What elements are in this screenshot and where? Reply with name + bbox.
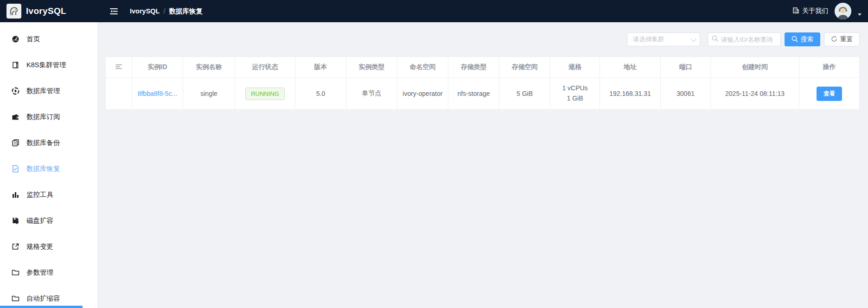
spec-cell: 1 vCPUs 1 GiB xyxy=(550,78,600,110)
sidebar-item-label: 首页 xyxy=(26,35,40,44)
ivorysql-logo-icon xyxy=(6,4,21,19)
search-button-label: 搜索 xyxy=(801,35,813,44)
sidebar-item-db-backup[interactable]: 数据库备份 xyxy=(0,130,97,156)
sidebar-item-label: 监控工具 xyxy=(26,190,53,199)
sidebar-item-label: 数据库订阅 xyxy=(26,113,60,121)
table-header-row: 实例ID 实例名称 运行状态 版本 实例类型 命名空间 存储类型 存储空间 规格… xyxy=(106,57,860,78)
header-spec: 规格 xyxy=(550,57,600,78)
search-input-wrap xyxy=(708,32,781,46)
header-instance-id: 实例ID xyxy=(132,57,183,78)
breadcrumb-current: 数据库恢复 xyxy=(169,7,203,16)
header-instance-type: 实例类型 xyxy=(346,57,397,78)
table-menu-icon[interactable] xyxy=(115,64,122,69)
search-icon xyxy=(791,36,798,44)
version-cell: 5.0 xyxy=(295,78,346,110)
table-row: 8fbba8f8-5c... single RUNNING 5.0 单节点 iv… xyxy=(106,78,860,110)
header-namespace: 命名空间 xyxy=(397,57,448,78)
filter-toolbar: 请选择集群 搜索 xyxy=(98,22,868,46)
building-icon xyxy=(792,7,799,15)
instance-id-link[interactable]: 8fbba8f8-5c... xyxy=(138,90,178,97)
view-button[interactable]: 查看 xyxy=(817,87,842,101)
cluster-select[interactable]: 请选择集群 xyxy=(627,32,700,46)
instance-table: 实例ID 实例名称 运行状态 版本 实例类型 命名空间 存储类型 存储空间 规格… xyxy=(105,57,860,110)
monitor-tools-icon xyxy=(12,191,19,199)
storage-type-cell: nfs-storage xyxy=(448,78,499,110)
storage-space-cell: 5 GiB xyxy=(499,78,550,110)
refresh-icon xyxy=(831,36,837,44)
sidebar-item-autoscale[interactable]: 自动扩缩容 xyxy=(0,285,97,308)
caret-down-icon[interactable] xyxy=(858,13,862,16)
sidebar-item-db-manage[interactable]: 数据库管理 xyxy=(0,78,97,104)
breadcrumb-separator: / xyxy=(163,7,165,15)
search-input[interactable] xyxy=(721,36,777,43)
sidebar-item-home[interactable]: 首页 xyxy=(0,26,97,52)
sidebar-item-label: K8S集群管理 xyxy=(26,61,66,69)
instance-name-cell: single xyxy=(183,78,235,110)
database-manage-icon xyxy=(12,87,19,95)
reset-button-label: 重置 xyxy=(840,35,853,44)
user-avatar[interactable] xyxy=(835,3,851,19)
param-manage-icon xyxy=(12,269,19,277)
sidebar-item-label: 数据库管理 xyxy=(26,87,60,95)
header-address: 地址 xyxy=(600,57,661,78)
sidebar-item-disk-expand[interactable]: 磁盘扩容 xyxy=(0,207,97,233)
reset-button[interactable]: 重置 xyxy=(824,32,860,46)
header-version: 版本 xyxy=(295,57,346,78)
sidebar-item-db-restore[interactable]: 数据库恢复 xyxy=(0,156,97,182)
search-icon xyxy=(712,35,718,44)
home-dashboard-icon xyxy=(12,35,19,43)
sidebar-item-label: 自动扩缩容 xyxy=(26,294,60,303)
row-select-cell xyxy=(106,78,132,110)
main-content: 请选择集群 搜索 xyxy=(98,22,868,308)
k8s-cluster-icon xyxy=(12,61,19,69)
sidebar-item-label: 参数管理 xyxy=(26,268,53,277)
port-cell: 30061 xyxy=(661,78,711,110)
sidebar-bottom-bar xyxy=(0,306,83,308)
spec-cpu: 1 vCPUs xyxy=(550,83,600,94)
topbar-right: 关于我们 xyxy=(792,3,868,19)
database-subscribe-icon xyxy=(12,113,19,121)
topbar: IvorySQL IvorySQL / 数据库恢复 关于我们 xyxy=(0,0,868,22)
brand: IvorySQL xyxy=(0,4,98,19)
sidebar-item-db-subscribe[interactable]: 数据库订阅 xyxy=(0,104,97,130)
sidebar-item-spec-change[interactable]: 规格变更 xyxy=(0,233,97,259)
instance-type-cell: 单节点 xyxy=(346,78,397,110)
about-us-label: 关于我们 xyxy=(802,7,828,15)
sidebar-item-label: 数据库恢复 xyxy=(26,164,60,173)
instance-table-wrap: 实例ID 实例名称 运行状态 版本 实例类型 命名空间 存储类型 存储空间 规格… xyxy=(105,57,860,110)
database-backup-icon xyxy=(12,139,19,147)
cluster-select-placeholder: 请选择集群 xyxy=(633,35,664,44)
spec-mem: 1 GiB xyxy=(550,94,600,104)
address-cell: 192.168.31.31 xyxy=(600,78,661,110)
app-title: IvorySQL xyxy=(26,6,66,16)
disk-expand-icon xyxy=(12,217,19,225)
chevron-down-icon xyxy=(691,36,697,42)
about-us-link[interactable]: 关于我们 xyxy=(792,7,828,15)
menu-fold-icon[interactable] xyxy=(110,8,118,15)
created-at-cell: 2025-11-24 08:11:13 xyxy=(711,78,799,110)
header-storage-type: 存储类型 xyxy=(448,57,499,78)
header-created-at: 创建时间 xyxy=(711,57,799,78)
header-storage-space: 存储空间 xyxy=(499,57,550,78)
header-status: 运行状态 xyxy=(235,57,295,78)
database-restore-icon xyxy=(12,165,19,173)
header-port: 端口 xyxy=(661,57,711,78)
breadcrumb-root[interactable]: IvorySQL xyxy=(130,7,160,15)
spec-change-icon xyxy=(12,243,19,251)
sidebar-item-label: 磁盘扩容 xyxy=(26,216,53,225)
header-actions: 操作 xyxy=(799,57,860,78)
status-badge: RUNNING xyxy=(245,88,285,100)
breadcrumb: IvorySQL / 数据库恢复 xyxy=(130,7,203,16)
sidebar-item-monitor[interactable]: 监控工具 xyxy=(0,182,97,207)
column-settings-header xyxy=(106,57,132,78)
sidebar-item-param-manage[interactable]: 参数管理 xyxy=(0,259,97,285)
header-instance-name: 实例名称 xyxy=(183,57,235,78)
sidebar-item-label: 数据库备份 xyxy=(26,138,60,147)
search-button[interactable]: 搜索 xyxy=(785,32,820,46)
sidebar-item-label: 规格变更 xyxy=(26,242,53,251)
sidebar-item-k8s-cluster[interactable]: K8S集群管理 xyxy=(0,52,97,78)
namespace-cell: ivory-operator xyxy=(397,78,448,110)
autoscale-icon xyxy=(12,295,19,302)
sidebar: 首页 K8S集群管理 数据库管理 xyxy=(0,22,98,308)
